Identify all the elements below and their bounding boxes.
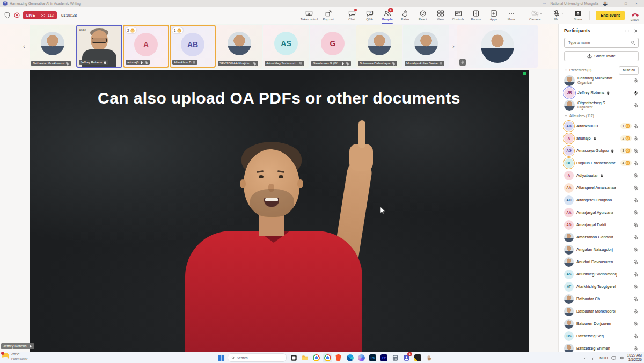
attendee-row[interactable]: BE Bilguun Erdenebaatar 4 [564, 157, 639, 169]
cast-icon[interactable] [611, 355, 616, 360]
taskbar-app-icon[interactable] [346, 353, 355, 362]
mic-muted-icon[interactable] [633, 284, 639, 289]
attendee-row[interactable]: Batsuren Dorjsuren [564, 317, 639, 330]
speaker-icon[interactable] [619, 355, 624, 360]
toolbar-button[interactable]: Camera [526, 9, 543, 23]
toolbar-button[interactable]: 4 People [379, 9, 396, 23]
mic-muted-icon[interactable] [633, 333, 639, 339]
taskbar-app-icon[interactable] [301, 353, 310, 362]
attendee-row[interactable]: AD Amarjargal Dairii [564, 219, 639, 231]
attendee-row[interactable]: BS Battsetseg Serj [564, 330, 639, 342]
mic-muted-icon[interactable] [633, 148, 639, 154]
toolbar-button[interactable]: Apps [485, 9, 502, 23]
attendee-row[interactable]: AA Amarjargal Ayurzana [564, 206, 639, 219]
toolbar-button[interactable]: Chat [343, 9, 360, 23]
mic-muted-icon[interactable] [633, 198, 639, 203]
participant-tile[interactable]: AS Ariunbileg Sodnomd... [263, 25, 309, 68]
participant-tile[interactable]: Munkhjavkhlan Baatar [403, 25, 449, 68]
maximize-button[interactable]: □ [623, 2, 629, 5]
chevron-down-icon[interactable] [561, 12, 565, 16]
toolbar-button[interactable]: Take control [299, 9, 319, 23]
clock[interactable]: 10:27 AM 1/5/2026 [627, 353, 642, 362]
attendee-row[interactable]: AT Atarkhishig Tsogtgerel [564, 280, 639, 293]
taskbar-app-icon[interactable] [391, 353, 400, 362]
mic-muted-icon[interactable] [633, 136, 639, 141]
attendee-row[interactable]: A ariunaj6 2 [564, 132, 639, 144]
toolbar-button[interactable]: Controls [450, 9, 466, 23]
toolbar-button[interactable]: Rooms [467, 9, 484, 23]
attendee-row[interactable]: AG Amarzaya Gulguu 3 [564, 144, 639, 157]
taskbar-app-icon[interactable] [334, 353, 343, 362]
attendees-header[interactable]: Attendees (112) [569, 114, 594, 118]
attendee-row[interactable]: Batbaatar Ch [564, 293, 639, 305]
leave-button[interactable]: Leave [628, 10, 641, 21]
attendee-row[interactable]: A Adiyabaatar [564, 169, 639, 182]
mic-muted-icon[interactable] [633, 321, 639, 326]
chevron-down-icon[interactable] [564, 114, 568, 118]
account-avatar[interactable] [603, 1, 608, 6]
presenter-row[interactable]: JR Jeffrey Robens [564, 86, 639, 99]
mic-muted-icon[interactable] [633, 346, 639, 351]
toolbar-button[interactable]: View [432, 9, 449, 23]
presenter-row[interactable]: Otgontsetseg S Organizer [564, 99, 639, 111]
mic-muted-icon[interactable] [633, 309, 639, 314]
toolbar-button[interactable]: Raise [397, 9, 413, 23]
mic-muted-icon[interactable] [633, 222, 639, 228]
attendee-row[interactable]: AC Altangerel Chagnaa [564, 194, 639, 206]
mic-muted-icon[interactable] [633, 173, 639, 178]
share-invite-button[interactable]: Share invite [564, 51, 639, 61]
mic-muted-icon[interactable] [633, 296, 639, 302]
taskbar-app-icon[interactable] [425, 353, 434, 362]
mic-muted-icon[interactable] [633, 247, 639, 252]
search-input[interactable] [567, 40, 631, 45]
tray-chevron-up-icon[interactable] [583, 355, 588, 360]
titlebar-overflow-icon[interactable]: ··· [543, 2, 546, 5]
mic-muted-icon[interactable] [633, 103, 639, 108]
language-indicator[interactable]: МОН [599, 356, 608, 360]
taskbar-app-icon[interactable]: 1 [402, 353, 411, 362]
mic-active-icon[interactable] [633, 90, 639, 96]
presenter-row[interactable]: Dashdorj Munkhbat Organizer [564, 74, 639, 86]
presenters-header[interactable]: Presenters (3) [569, 68, 591, 72]
participant-tile-wide[interactable] [457, 25, 538, 68]
participant-tile[interactable]: asse Jeffrey Robens [76, 25, 122, 68]
participant-tile[interactable]: 1 AB Altankhuu B [170, 25, 216, 68]
toolbar-button[interactable] [523, 11, 523, 20]
toolbar-button[interactable]: Pop out [320, 9, 336, 23]
toolbar-button[interactable] [340, 11, 340, 20]
attendee-row[interactable]: AS Ariunbileg Sodnomdorj [564, 268, 639, 280]
toolbar-button[interactable]: React [414, 9, 431, 23]
participant-tile[interactable]: Batbaatar Monkhooroi [30, 25, 76, 68]
mic-muted-icon[interactable] [633, 161, 639, 166]
mute-all-button[interactable]: Mute all [619, 66, 639, 75]
pen-icon[interactable] [591, 355, 596, 360]
attendee-row[interactable]: AB Altankhuu B 1 [564, 120, 639, 132]
participant-tile[interactable]: 2 A ariunaj6 [123, 25, 169, 68]
panel-more-icon[interactable] [625, 28, 630, 33]
end-event-button[interactable]: End event [596, 11, 625, 20]
attendee-row[interactable]: Amgalan Natsagdorj [564, 243, 639, 256]
mic-muted-icon[interactable] [633, 259, 639, 265]
mic-muted-icon[interactable] [633, 235, 639, 240]
filmstrip-next-button[interactable]: › [450, 41, 457, 51]
taskbar-app-icon[interactable] [323, 353, 332, 362]
taskbar-search[interactable]: Search [228, 353, 287, 362]
toolbar-button[interactable]: Share [569, 9, 586, 23]
participant-tile[interactable]: G Gerelsuren G (W... [310, 25, 356, 68]
participant-search[interactable] [564, 38, 639, 48]
minimize-button[interactable]: – [612, 2, 618, 5]
taskbar-app-icon[interactable] [289, 353, 298, 362]
toolbar-button[interactable]: ? Q&A [361, 9, 378, 23]
panel-close-icon[interactable] [634, 28, 639, 33]
taskbar-weather-widget[interactable]: -26°C Partly sunny [2, 353, 27, 360]
toolbar-button[interactable]: More [503, 9, 519, 23]
close-button[interactable]: × [633, 2, 640, 5]
participant-tile[interactable]: SEVJIDMAA Khajidn... [216, 25, 262, 68]
attendee-row[interactable]: Amarsanaa Ganbold [564, 231, 639, 243]
participant-tile[interactable]: Bolormaa Dalanbayar [356, 25, 402, 68]
taskbar-app-icon[interactable]: Ps [368, 353, 377, 362]
attendee-row[interactable]: Anudari Davaasuren [564, 256, 639, 268]
toolbar-button[interactable] [589, 11, 590, 20]
mic-muted-icon[interactable] [633, 78, 639, 83]
chevron-down-icon[interactable] [539, 12, 543, 16]
